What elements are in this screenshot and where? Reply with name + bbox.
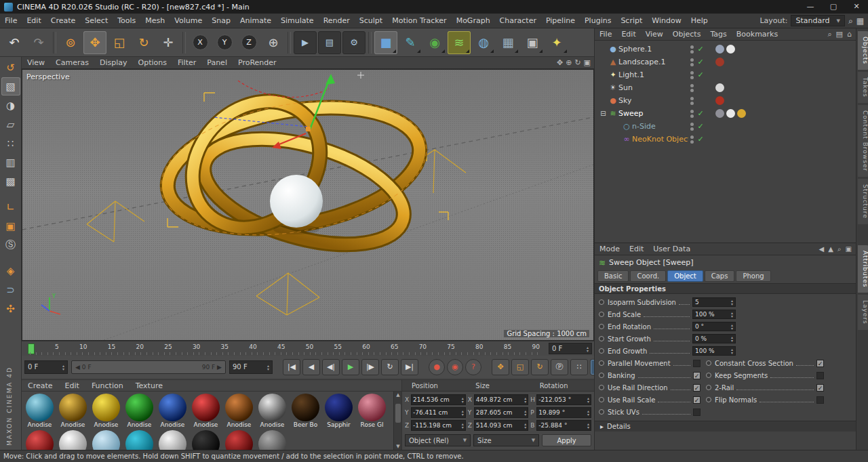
material-preview[interactable] bbox=[225, 394, 253, 421]
menu-item[interactable]: Create bbox=[46, 14, 81, 28]
object-manager-toolbar-icon[interactable]: ⌂ bbox=[847, 30, 852, 39]
dock-tab[interactable]: Attributes bbox=[858, 245, 868, 293]
material-preview[interactable] bbox=[192, 430, 220, 450]
toolbar-button[interactable]: ⊚ bbox=[59, 31, 82, 54]
animation-dot[interactable] bbox=[599, 299, 604, 305]
material-preview[interactable] bbox=[225, 430, 253, 450]
toolbar-button[interactable]: ✥ bbox=[83, 31, 106, 54]
object-label[interactable]: Sphere.1 bbox=[618, 45, 652, 54]
texture-tag[interactable] bbox=[726, 96, 735, 105]
key-toggle-button[interactable]: ✥ bbox=[492, 359, 509, 375]
texture-tag[interactable] bbox=[737, 45, 746, 54]
texture-tag[interactable] bbox=[737, 96, 746, 105]
toolbar-button[interactable]: ✎ bbox=[399, 31, 422, 54]
property-checkbox[interactable]: ✓ bbox=[816, 384, 824, 392]
texture-tag[interactable] bbox=[726, 122, 735, 131]
key-toggle-button[interactable]: Ⓟ bbox=[551, 359, 568, 375]
mode-button[interactable]: ∷ bbox=[1, 134, 20, 152]
toolbar-button[interactable]: X bbox=[189, 31, 212, 54]
material-preview[interactable] bbox=[159, 394, 186, 421]
material-preview[interactable] bbox=[292, 394, 319, 421]
coordinate-input[interactable]: 287.605 cm▴▾ bbox=[474, 407, 529, 418]
toolbar-button[interactable]: ◉ bbox=[423, 31, 446, 54]
mode-button[interactable]: ▱ bbox=[1, 115, 20, 133]
menu-item[interactable]: Volume bbox=[170, 14, 207, 28]
object-label[interactable]: Light.1 bbox=[618, 70, 644, 79]
object-label[interactable]: Sky bbox=[618, 96, 631, 105]
menu-item[interactable]: Mesh bbox=[140, 14, 170, 28]
end-frame-field[interactable]: 90 F▴▾ bbox=[229, 360, 273, 374]
menu-item[interactable]: Motion Tracker bbox=[387, 14, 451, 28]
attribute-toolbar-icon[interactable]: ⌕ bbox=[837, 245, 842, 253]
visibility-dots[interactable] bbox=[688, 123, 695, 131]
scrollbar-thumb[interactable] bbox=[395, 404, 401, 423]
apply-button[interactable]: Apply bbox=[542, 434, 591, 446]
window-control-button[interactable]: ▢ bbox=[822, 0, 845, 14]
texture-tag[interactable] bbox=[726, 83, 735, 92]
object-manager-menu-item[interactable]: Edit bbox=[616, 30, 640, 39]
dock-tab[interactable]: Takes bbox=[858, 72, 868, 103]
object-row[interactable]: ∞ NeoKnot Object ✓ bbox=[595, 133, 856, 146]
timeline-frame-field[interactable]: 0 F▴▾ bbox=[549, 343, 592, 354]
transport-button[interactable]: ▶| bbox=[401, 359, 418, 375]
toolbar-button[interactable]: ▤ bbox=[318, 31, 341, 54]
attribute-toolbar-icon[interactable]: ▣ bbox=[846, 245, 852, 253]
toolbar-button[interactable]: ⚙ bbox=[342, 31, 366, 54]
animation-dot[interactable] bbox=[599, 324, 604, 329]
toolbar-button[interactable] bbox=[182, 32, 186, 54]
texture-tag[interactable] bbox=[715, 109, 724, 118]
material-item[interactable]: Anodise bbox=[90, 393, 122, 429]
material-item[interactable]: Anodise bbox=[157, 393, 189, 429]
menu-item[interactable]: Help bbox=[686, 14, 713, 28]
mode-button[interactable]: ✣ bbox=[1, 299, 20, 318]
attribute-toolbar-icon[interactable]: ▲ bbox=[828, 245, 833, 253]
enabled-checkmark[interactable]: ✓ bbox=[695, 109, 706, 118]
material-item[interactable]: Anodise bbox=[190, 393, 222, 429]
object-row[interactable]: ▲ Landscape.1 ✓ bbox=[595, 56, 856, 68]
menu-item[interactable]: Simulate bbox=[276, 14, 319, 28]
attribute-menu-item[interactable]: User Data bbox=[648, 245, 695, 253]
viewport-menu-item[interactable]: View bbox=[22, 58, 50, 67]
property-input[interactable]: 100 %▴▾ bbox=[692, 346, 736, 356]
property-checkbox[interactable] bbox=[693, 408, 701, 416]
toolbar-button[interactable] bbox=[288, 32, 291, 54]
visibility-dots[interactable] bbox=[688, 97, 695, 105]
material-item[interactable] bbox=[256, 429, 288, 450]
attribute-tab[interactable]: Coord. bbox=[630, 270, 666, 282]
current-frame-field[interactable]: 0 F▴▾ bbox=[24, 360, 68, 374]
material-preview[interactable] bbox=[325, 394, 353, 421]
timeline-ruler[interactable]: 051015202530354045505560657075808590 bbox=[22, 341, 547, 356]
material-preview[interactable] bbox=[192, 394, 220, 421]
material-menu-item[interactable]: Edit bbox=[59, 381, 85, 390]
transport-button[interactable]: |◀ bbox=[283, 359, 300, 375]
toolbar-button[interactable]: ↶ bbox=[3, 31, 26, 54]
object-row[interactable]: ⊟ ≋ Sweep ✓ bbox=[595, 107, 856, 120]
property-checkbox[interactable] bbox=[816, 396, 824, 404]
toolbar-button[interactable]: ▣ bbox=[521, 31, 544, 54]
texture-tag[interactable] bbox=[737, 83, 746, 92]
toolbar-button[interactable]: ↷ bbox=[27, 31, 50, 54]
key-toggle-button[interactable]: ↻ bbox=[531, 359, 549, 375]
object-label[interactable]: Sun bbox=[618, 83, 633, 92]
scroll-up-icon[interactable]: ▲ bbox=[394, 392, 401, 398]
material-menu-item[interactable]: Function bbox=[85, 381, 130, 390]
enabled-checkmark[interactable]: ✓ bbox=[695, 58, 706, 66]
material-menu-item[interactable]: Texture bbox=[130, 381, 169, 390]
toolbar-button[interactable]: ◍ bbox=[472, 31, 495, 54]
mode-button[interactable]: ▧ bbox=[1, 77, 20, 96]
coordinate-input[interactable]: -76.411 cm▴▾ bbox=[411, 407, 466, 418]
expand-toggle[interactable]: ⊟ bbox=[599, 110, 608, 117]
object-row[interactable]: ● Sky bbox=[595, 94, 856, 107]
menu-item[interactable]: Character bbox=[495, 14, 541, 28]
material-item[interactable]: Anodise bbox=[223, 393, 255, 429]
texture-tag[interactable] bbox=[715, 135, 724, 144]
texture-tag[interactable] bbox=[715, 122, 724, 131]
material-item[interactable]: Anodise bbox=[256, 393, 288, 429]
material-preview[interactable] bbox=[258, 394, 286, 421]
material-item[interactable]: Rose Gl bbox=[356, 393, 388, 429]
viewport-menu-item[interactable]: ProRender bbox=[233, 58, 282, 67]
visibility-dots[interactable] bbox=[688, 71, 695, 79]
visibility-dots[interactable] bbox=[688, 45, 695, 54]
object-manager-menu-item[interactable]: Bookmarks bbox=[732, 30, 783, 39]
menu-item[interactable]: Tools bbox=[113, 14, 140, 28]
